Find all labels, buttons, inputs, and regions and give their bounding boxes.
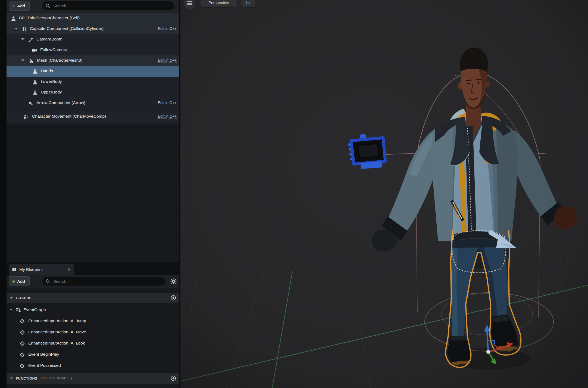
capsule-icon [21, 26, 27, 32]
search-icon [46, 279, 50, 284]
collapse-arrow-icon[interactable] [10, 297, 13, 299]
graph-row-eventgraph[interactable]: EventGraph [7, 304, 179, 315]
tab-title: My Blueprint [19, 267, 43, 272]
event-diamond-icon [20, 330, 24, 335]
event-diamond-icon [20, 341, 24, 346]
section-label: GRAPHS [16, 296, 32, 300]
event-diamond-icon [20, 363, 24, 368]
my-blueprint-toolbar: + Add [7, 275, 179, 288]
my-blueprint-search-input[interactable] [53, 279, 162, 284]
character-movement-icon [23, 114, 29, 120]
hamburger-icon [187, 1, 192, 5]
lit-button[interactable]: Lit [241, 0, 256, 8]
component-label: Mesh (CharacterMesh0) [37, 58, 82, 63]
skeletal-mesh-icon [32, 68, 38, 74]
viewport-scene[interactable] [180, 0, 588, 388]
components-search-input[interactable] [53, 3, 171, 8]
skeletal-mesh-icon [32, 79, 38, 85]
unreal-blueprint-editor: + Add BP_ThirdPersonCharacter (Self) [0, 0, 588, 388]
event-graph-icon [16, 308, 21, 312]
graph-row-ia-move[interactable]: EnhancedInputAction IA_Move [7, 327, 179, 338]
expander-icon[interactable] [21, 38, 24, 40]
camera-icon [32, 47, 37, 53]
graph-row-ia-look[interactable]: EnhancedInputAction IA_Look [7, 338, 179, 349]
component-row-upperbody[interactable]: UpperBody [7, 87, 179, 98]
expander-icon[interactable] [15, 28, 18, 30]
expander-icon[interactable] [9, 309, 12, 311]
component-label: Capsule Component (CollisionCylinder) [30, 26, 104, 31]
collapsed-panel-edge [0, 0, 7, 388]
close-icon[interactable]: × [68, 267, 71, 272]
book-icon [12, 267, 17, 272]
section-meta: (33 OVERRIDABLE) [39, 376, 72, 380]
my-blueprint-tabbar: My Blueprint × [7, 262, 179, 275]
graph-label: EnhancedInputAction IA_Jump [28, 318, 86, 323]
skeletal-mesh-icon [28, 58, 34, 64]
component-row-character-movement[interactable]: Character Movement (CharMoveComp) Edit i… [7, 111, 179, 122]
plus-icon: + [12, 279, 15, 284]
component-row-cameraboom[interactable]: CameraBoom [7, 34, 179, 45]
left-panel: + Add BP_ThirdPersonCharacter (Self) [7, 0, 180, 388]
component-label: Arrow Component (Arrow) [36, 100, 85, 105]
component-label: FollowCamera [40, 47, 67, 52]
skeletal-mesh-icon [32, 90, 38, 96]
perspective-button[interactable]: Perspective [200, 0, 237, 8]
graph-label: Event Possessed [28, 363, 61, 368]
add-blueprint-item-button[interactable]: + Add [9, 276, 30, 286]
event-diamond-icon [20, 319, 24, 324]
functions-section-header[interactable]: FUNCTIONS (33 OVERRIDABLE) [7, 373, 179, 384]
component-row-capsule[interactable]: Capsule Component (CollisionCylinder) Ed… [7, 24, 179, 34]
tab-my-blueprint[interactable]: My Blueprint × [9, 264, 74, 275]
edit-in-cpp-link[interactable]: Edit in C++ [158, 101, 177, 105]
graphs-section-header[interactable]: GRAPHS [7, 293, 179, 303]
graph-label: EnhancedInputAction IA_Move [28, 330, 86, 334]
add-button-label: Add [17, 279, 25, 284]
graph-row-beginplay[interactable]: Event BeginPlay [7, 349, 179, 360]
3d-viewport[interactable]: Perspective Lit [180, 0, 588, 388]
component-row-mesh[interactable]: Mesh (CharacterMesh0) Edit in C++ [7, 55, 179, 66]
collapse-arrow-icon[interactable] [10, 377, 13, 379]
component-row-self[interactable]: BP_ThirdPersonCharacter (Self) [7, 13, 179, 24]
component-label: BP_ThirdPersonCharacter (Self) [19, 15, 80, 20]
add-graph-icon[interactable] [171, 295, 176, 301]
component-row-hands-selected[interactable]: Hands [7, 66, 179, 77]
viewport-vignette [180, 0, 588, 388]
graph-label: Event BeginPlay [28, 352, 59, 357]
event-diamond-icon [20, 352, 24, 357]
edit-in-cpp-link[interactable]: Edit in C++ [158, 26, 177, 31]
graph-row-ia-jump[interactable]: EnhancedInputAction IA_Jump [7, 315, 179, 327]
component-label: Character Movement (CharMoveComp) [32, 114, 106, 119]
component-label: CameraBoom [36, 37, 62, 42]
edit-in-cpp-link[interactable]: Edit in C++ [158, 114, 177, 119]
add-component-button[interactable]: + Add [9, 1, 30, 11]
spring-arm-icon [28, 37, 34, 43]
edit-in-cpp-link[interactable]: Edit in C++ [158, 58, 177, 63]
gear-icon[interactable] [170, 278, 177, 286]
graph-label: EnhancedInputAction IA_Look [28, 341, 85, 346]
add-function-icon[interactable] [171, 376, 176, 381]
component-label: Hands [41, 68, 53, 73]
components-search [42, 1, 174, 10]
plus-icon: + [12, 3, 15, 8]
person-icon [10, 15, 16, 21]
search-icon [46, 4, 50, 8]
section-label: FUNCTIONS [16, 376, 37, 380]
component-label: UpperBody [41, 90, 62, 95]
component-row-followcamera[interactable]: FollowCamera [7, 45, 179, 55]
components-toolbar: + Add [7, 0, 179, 12]
component-row-arrow[interactable]: Arrow Component (Arrow) Edit in C++ [7, 98, 179, 108]
my-blueprint-search [42, 277, 165, 286]
component-row-lowerbody[interactable]: LowerBody [7, 77, 179, 87]
tree-separator [7, 110, 179, 110]
graph-label: EventGraph [23, 307, 46, 312]
add-button-label: Add [17, 4, 25, 8]
component-label: LowerBody [41, 79, 62, 84]
expander-icon[interactable] [21, 60, 24, 61]
arrow-icon [28, 100, 34, 106]
graph-row-possessed[interactable]: Event Possessed [7, 360, 179, 371]
